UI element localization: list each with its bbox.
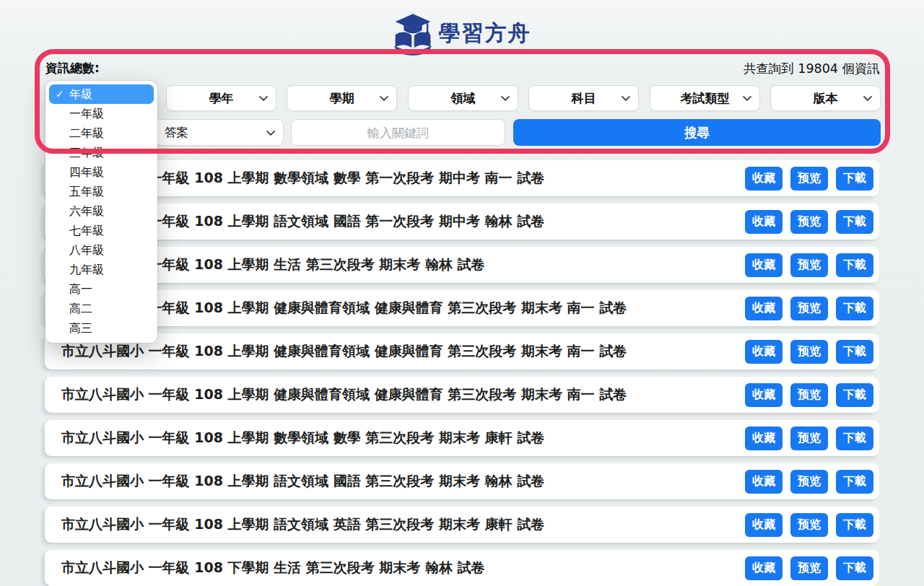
download-button[interactable]: 下載 <box>836 427 873 450</box>
preview-button[interactable]: 预览 <box>790 556 828 580</box>
chevron-down-icon <box>259 96 268 102</box>
filter-select-school-year-label: 學年 <box>209 90 234 107</box>
preview-button[interactable]: 预览 <box>790 427 828 450</box>
dropdown-option-label: 年級 <box>69 87 92 101</box>
result-title: 市立八斗國小 一年級 108 上學期 健康與體育領域 健康與體育 第三次段考 期… <box>61 299 737 318</box>
filter-select-subject-label: 科目 <box>572 90 596 107</box>
filter-select-answer[interactable]: 答案 <box>155 119 284 146</box>
logo: 學習方舟 <box>0 10 924 56</box>
preview-button[interactable]: 预览 <box>790 513 828 537</box>
download-button[interactable]: 下載 <box>836 253 873 277</box>
result-row: 市立八斗國小 一年級 108 下學期 生活 第三次段考 期末考 翰林 試卷 收藏… <box>45 550 879 586</box>
result-title: 市立八斗國小 一年級 108 上學期 數學領域 數學 第三次段考 期末考 康軒 … <box>61 429 737 447</box>
favorite-button[interactable]: 收藏 <box>745 167 783 191</box>
result-row: 市立八斗國小 一年級 108 上學期 語文領域 國語 第三次段考 期末考 翰林 … <box>45 463 879 499</box>
favorite-button[interactable]: 收藏 <box>745 470 783 494</box>
download-button[interactable]: 下載 <box>836 167 873 191</box>
filter-select-version[interactable]: 版本 <box>770 85 881 111</box>
chevron-down-icon <box>266 130 275 136</box>
preview-button[interactable]: 预览 <box>790 470 828 494</box>
result-title: 市立八斗國小 一年級 108 上學期 語文領域 英語 第三次段考 期末考 康軒 … <box>61 515 737 534</box>
favorite-button[interactable]: 收藏 <box>745 340 783 364</box>
chevron-down-icon <box>380 96 388 102</box>
result-row: 市立八斗國小 一年級 108 上學期 健康與體育領域 健康與體育 第三次段考 期… <box>45 290 879 326</box>
preview-button[interactable]: 预览 <box>790 167 828 191</box>
preview-button[interactable]: 预览 <box>790 253 828 277</box>
favorite-button[interactable]: 收藏 <box>745 253 783 277</box>
dropdown-option[interactable]: 高三 <box>45 318 157 338</box>
favorite-button[interactable]: 收藏 <box>745 210 783 234</box>
preview-button[interactable]: 预览 <box>790 297 828 320</box>
chevron-down-icon <box>501 96 510 102</box>
dropdown-option[interactable]: 高一 <box>45 279 157 299</box>
logo-text: 學習方舟 <box>439 19 531 48</box>
dropdown-option[interactable]: 高二 <box>45 299 157 318</box>
preview-button[interactable]: 预览 <box>790 340 828 364</box>
download-button[interactable]: 下載 <box>836 340 873 364</box>
dropdown-option[interactable]: 六年級 <box>45 201 157 221</box>
result-row: 市立八斗國小 一年級 108 上學期 健康與體育領域 健康與體育 第三次段考 期… <box>45 333 879 369</box>
dropdown-option-selected[interactable]: ✓ 年級 <box>49 84 154 104</box>
filter-select-subject[interactable]: 科目 <box>528 85 639 111</box>
preview-button[interactable]: 预览 <box>790 383 828 407</box>
total-count-label: 資訊總數: <box>45 60 100 76</box>
filter-select-domain-label: 領域 <box>451 90 476 107</box>
page: 學習方舟 資訊總數: 共查詢到 19804 個資訊 年級 學年 學期 領域 科目… <box>0 0 924 586</box>
grade-dropdown-menu: ✓ 年級 一年級 二年級 三年級 四年級 五年級 六年級 七年級 八年級 九年級… <box>45 81 157 343</box>
result-title: 市立八斗國小 一年級 108 上學期 生活 第三次段考 期末考 翰林 試卷 <box>61 255 737 274</box>
dropdown-option[interactable]: 二年級 <box>45 123 157 143</box>
result-row: 市立八斗國小 一年級 108 上學期 健康與體育領域 健康與體育 第三次段考 期… <box>45 377 879 413</box>
chevron-down-icon <box>743 96 751 102</box>
result-row: 市立八斗國小 一年級 108 上學期 語文領域 國語 第一次段考 期中考 翰林 … <box>45 204 879 240</box>
dropdown-option[interactable]: 五年級 <box>45 182 157 201</box>
chevron-down-icon <box>622 96 630 102</box>
keyword-input[interactable] <box>291 119 505 146</box>
dropdown-option[interactable]: 三年級 <box>45 143 157 162</box>
result-title: 市立八斗國小 一年級 108 上學期 數學領域 數學 第一次段考 期中考 南一 … <box>61 169 737 188</box>
dropdown-option[interactable]: 一年級 <box>45 104 157 123</box>
results-list: 市立八斗國小 一年級 108 上學期 數學領域 數學 第一次段考 期中考 南一 … <box>45 160 879 586</box>
filter-select-version-label: 版本 <box>814 90 838 107</box>
filter-select-school-year[interactable]: 學年 <box>166 85 276 111</box>
filter-select-exam-type[interactable]: 考試類型 <box>650 85 760 111</box>
result-title: 市立八斗國小 一年級 108 上學期 語文領域 國語 第三次段考 期末考 翰林 … <box>61 472 737 491</box>
graduation-book-logo-icon <box>393 12 432 57</box>
result-row: 市立八斗國小 一年級 108 上學期 數學領域 數學 第一次段考 期中考 南一 … <box>45 160 879 196</box>
download-button[interactable]: 下載 <box>836 210 873 234</box>
filter-select-exam-type-label: 考試類型 <box>681 90 730 107</box>
search-button[interactable]: 搜尋 <box>513 119 881 146</box>
result-title: 市立八斗國小 一年級 108 上學期 語文領域 國語 第一次段考 期中考 翰林 … <box>61 212 737 231</box>
filter-select-semester[interactable]: 學期 <box>287 85 397 111</box>
filter-select-semester-label: 學期 <box>330 90 354 107</box>
dropdown-option[interactable]: 八年級 <box>45 240 157 260</box>
dropdown-option[interactable]: 七年級 <box>45 221 157 240</box>
download-button[interactable]: 下載 <box>836 297 873 320</box>
result-title: 市立八斗國小 一年級 108 下學期 生活 第三次段考 期末考 翰林 試卷 <box>61 559 737 577</box>
chevron-down-icon <box>863 96 872 102</box>
dropdown-option[interactable]: 四年級 <box>45 162 157 182</box>
preview-button[interactable]: 预览 <box>790 210 828 234</box>
checkmark-icon: ✓ <box>56 84 64 104</box>
favorite-button[interactable]: 收藏 <box>745 556 783 580</box>
favorite-button[interactable]: 收藏 <box>745 513 783 537</box>
result-row: 市立八斗國小 一年級 108 上學期 生活 第三次段考 期末考 翰林 試卷 收藏… <box>45 247 879 283</box>
download-button[interactable]: 下載 <box>836 556 873 580</box>
download-button[interactable]: 下載 <box>836 383 873 407</box>
filter-select-domain[interactable]: 領域 <box>408 85 518 111</box>
result-count-text: 共查詢到 19804 個資訊 <box>744 60 880 77</box>
download-button[interactable]: 下載 <box>836 470 873 494</box>
result-title: 市立八斗國小 一年級 108 上學期 健康與體育領域 健康與體育 第三次段考 期… <box>61 385 737 404</box>
result-row: 市立八斗國小 一年級 108 上學期 數學領域 數學 第三次段考 期末考 康軒 … <box>45 420 879 456</box>
favorite-button[interactable]: 收藏 <box>745 297 783 320</box>
filter-select-answer-label: 答案 <box>165 125 188 141</box>
result-row: 市立八斗國小 一年級 108 上學期 語文領域 英語 第三次段考 期末考 康軒 … <box>45 507 879 543</box>
favorite-button[interactable]: 收藏 <box>745 383 783 407</box>
favorite-button[interactable]: 收藏 <box>745 427 783 450</box>
download-button[interactable]: 下載 <box>836 513 873 537</box>
dropdown-option[interactable]: 九年級 <box>45 260 157 279</box>
result-title: 市立八斗國小 一年級 108 上學期 健康與體育領域 健康與體育 第三次段考 期… <box>61 342 737 361</box>
